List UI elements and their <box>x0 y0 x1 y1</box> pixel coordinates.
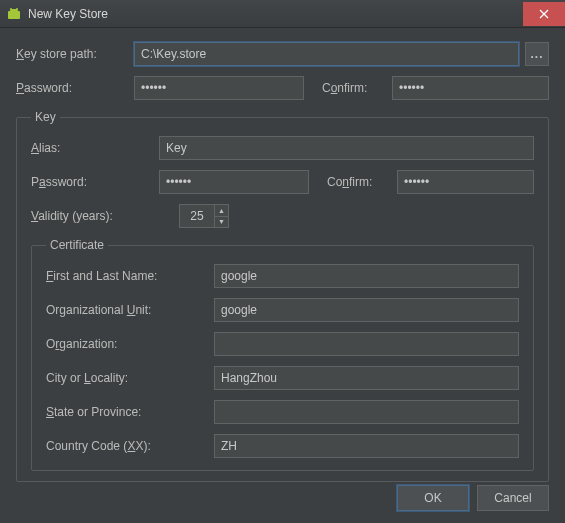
window-title: New Key Store <box>28 7 523 21</box>
alias-input[interactable] <box>159 136 534 160</box>
country-label: Country Code (XX): <box>46 439 214 453</box>
validity-input[interactable] <box>180 205 214 227</box>
cancel-button[interactable]: Cancel <box>477 485 549 511</box>
city-input[interactable] <box>214 366 519 390</box>
state-input[interactable] <box>214 400 519 424</box>
spinner-down-icon[interactable]: ▼ <box>215 217 228 228</box>
ou-label: Organizational Unit: <box>46 303 214 317</box>
key-password-input[interactable] <box>159 170 309 194</box>
validity-spinner[interactable]: ▲ ▼ <box>179 204 229 228</box>
key-fieldset: Key Alias: Password: Confirm: Validity (… <box>16 110 549 482</box>
password-input[interactable] <box>134 76 304 100</box>
keystore-path-label: Key store path: <box>16 47 134 61</box>
certificate-legend: Certificate <box>46 238 108 252</box>
first-last-input[interactable] <box>214 264 519 288</box>
close-icon <box>539 9 549 19</box>
ou-input[interactable] <box>214 298 519 322</box>
org-label: Organization: <box>46 337 214 351</box>
country-input[interactable] <box>214 434 519 458</box>
key-confirm-label: Confirm: <box>327 175 397 189</box>
confirm-label: Confirm: <box>322 81 392 95</box>
certificate-fieldset: Certificate First and Last Name: Organiz… <box>31 238 534 471</box>
key-password-label: Password: <box>31 175 159 189</box>
ok-button[interactable]: OK <box>397 485 469 511</box>
spinner-up-icon[interactable]: ▲ <box>215 205 228 217</box>
browse-button[interactable]: ... <box>525 42 549 66</box>
key-legend: Key <box>31 110 60 124</box>
first-last-label: First and Last Name: <box>46 269 214 283</box>
svg-rect-3 <box>10 9 18 12</box>
alias-label: Alias: <box>31 141 159 155</box>
state-label: State or Province: <box>46 405 214 419</box>
password-label: Password: <box>16 81 134 95</box>
validity-label: Validity (years): <box>31 209 179 223</box>
title-bar: New Key Store <box>0 0 565 28</box>
city-label: City or Locality: <box>46 371 214 385</box>
org-input[interactable] <box>214 332 519 356</box>
ellipsis-icon: ... <box>530 47 543 61</box>
keystore-path-input[interactable] <box>134 42 519 66</box>
app-icon <box>6 6 22 22</box>
key-confirm-input[interactable] <box>397 170 534 194</box>
close-button[interactable] <box>523 2 565 26</box>
svg-rect-0 <box>8 11 20 19</box>
confirm-input[interactable] <box>392 76 549 100</box>
